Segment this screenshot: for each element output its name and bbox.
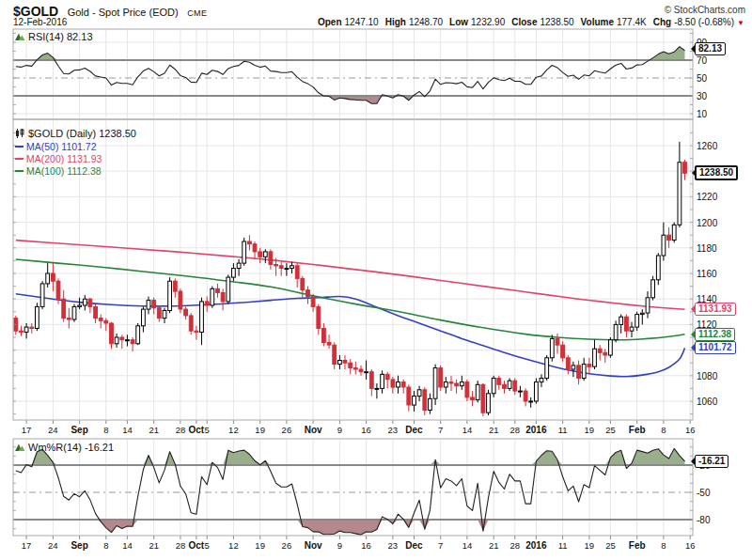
quote-label: Open — [318, 17, 342, 27]
ma100-legend: MA(100) 1112.38 — [15, 165, 136, 178]
quote-value: 1232.90 — [471, 17, 505, 27]
quote-label: High — [385, 17, 406, 27]
chart-svg — [0, 0, 752, 560]
rsi-legend-value: 82.13 — [67, 31, 93, 42]
change-dropdown-arrow[interactable]: ▼ — [737, 20, 744, 27]
ma50-legend: MA(50) 1101.72 — [15, 141, 136, 153]
ma200-line-swatch — [15, 158, 24, 160]
chart-date: 12-Feb-2016 — [13, 17, 67, 27]
rsi-legend: RSI(14) 82.13 — [15, 31, 93, 43]
willr-legend: Wm%R(14) -16.21 — [15, 442, 114, 454]
quote-value: 1247.10 — [345, 17, 379, 27]
ma50-line-swatch — [15, 146, 24, 148]
chart-canvas — [0, 0, 752, 560]
rsi-legend-label: RSI(14) — [28, 31, 64, 42]
stockcharts-chart: $GOLD Gold - Spot Price (EOD) CME © Stoc… — [0, 0, 752, 560]
price-legend: $GOLD (Daily) 1238.50 MA(50) 1101.72 MA(… — [15, 128, 136, 178]
chart-type-icon — [15, 129, 25, 141]
price-legend-label: $GOLD (Daily) — [28, 128, 96, 139]
exchange: CME — [187, 8, 208, 18]
quote-label: Chg — [653, 17, 671, 27]
quote-label: Close — [511, 17, 537, 27]
ma200-legend: MA(200) 1131.93 — [15, 153, 136, 165]
copyright: © StockCharts.com — [665, 5, 745, 15]
willr-legend-value: -16.21 — [85, 442, 114, 453]
quote-label: Volume — [581, 17, 614, 27]
quote-value: 1238.50 — [540, 17, 573, 27]
indicator-icon — [15, 443, 25, 454]
willr-legend-label: Wm%R(14) — [28, 442, 82, 453]
quote-label: Low — [449, 17, 468, 27]
indicator-icon — [15, 32, 25, 43]
symbol-description: Gold - Spot Price (EOD) — [68, 7, 179, 18]
quote-value: -8.50 (-0.68%) — [674, 17, 734, 27]
ma100-line-swatch — [15, 170, 24, 172]
price-legend-value: 1238.50 — [99, 128, 136, 139]
quote-strip: Open1247.10High1248.70Low1232.90Close123… — [311, 17, 744, 27]
quote-value: 1248.70 — [409, 17, 443, 27]
quote-value: 177.4K — [617, 17, 647, 27]
